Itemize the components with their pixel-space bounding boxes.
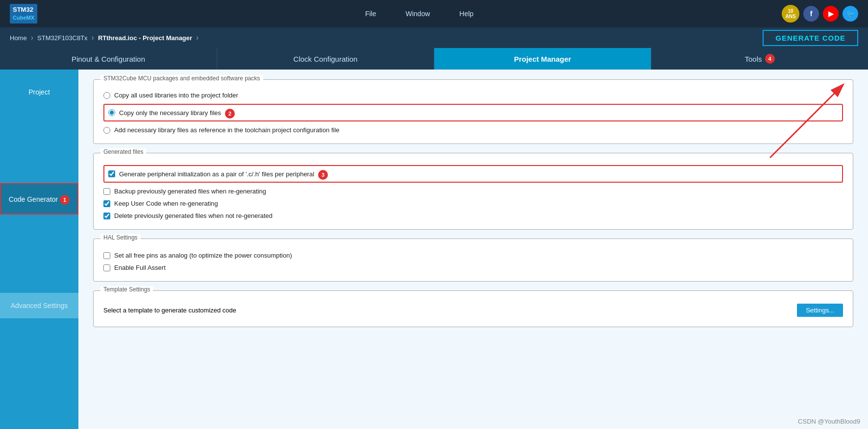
radio-copy-necessary-highlighted: Copy only the necessary library files 2 — [103, 104, 843, 121]
generate-code-button[interactable]: GENERATE CODE — [763, 30, 858, 46]
youtube-icon[interactable]: ▶ — [823, 6, 839, 22]
sidebar-item-project[interactable]: Project — [0, 79, 78, 105]
generated-files-title: Generated files — [100, 148, 146, 155]
cb-free-pins[interactable]: Set all free pins as analog (to optimize… — [103, 252, 843, 259]
sidebar-item-code-generator[interactable]: Code Generator 1 — [0, 183, 78, 214]
cb-keep-user-code[interactable]: Keep User Code when re-generating — [103, 200, 843, 207]
template-description: Select a template to generate customized… — [103, 307, 236, 314]
radio-add-reference-input[interactable] — [103, 127, 110, 134]
content-area: STM32Cube MCU packages and embedded soft… — [78, 70, 868, 429]
radio-copy-necessary[interactable]: Copy only the necessary library files — [108, 109, 221, 117]
template-settings-title: Template Settings — [100, 286, 153, 293]
cb-generate-peripheral-input[interactable] — [108, 170, 115, 177]
cb-delete-previous-input[interactable] — [103, 213, 110, 219]
radio-copy-necessary-input[interactable] — [108, 109, 115, 116]
template-row: Select a template to generate customized… — [103, 304, 843, 317]
radio-copy-all-input[interactable] — [103, 92, 110, 99]
cb-full-assert[interactable]: Enable Full Assert — [103, 264, 843, 271]
template-settings-section: Template Settings Select a template to g… — [93, 290, 853, 327]
settings-button[interactable]: Settings... — [797, 304, 843, 317]
watermark: CSDN @YouthBlood9 — [798, 418, 860, 425]
logo-area: STM32 CubeMX — [10, 4, 37, 23]
breadcrumb-device[interactable]: STM32F103C8Tx — [37, 34, 88, 42]
logo-stm32: STM32 — [13, 6, 34, 14]
breadcrumb-sep-2: › — [92, 33, 94, 42]
hal-settings-title: HAL Settings — [100, 234, 141, 241]
sidebar: Project Code Generator 1 Advanced Settin… — [0, 70, 78, 429]
cb-delete-previous[interactable]: Delete previously generated files when n… — [103, 212, 843, 219]
generated-files-checkboxes: Generate peripheral initialization as a … — [103, 165, 843, 219]
menu-window[interactable]: Window — [405, 10, 430, 18]
radio-add-reference[interactable]: Add necessary library files as reference… — [103, 126, 843, 134]
tab-project-manager[interactable]: Project Manager — [434, 48, 651, 70]
top-menubar: STM32 CubeMX File Window Help 10ANS f ▶ … — [0, 0, 868, 27]
hal-settings-section: HAL Settings Set all free pins as analog… — [93, 238, 853, 282]
mcu-packages-title: STM32Cube MCU packages and embedded soft… — [100, 75, 263, 82]
menu-file[interactable]: File — [365, 10, 376, 18]
generate-peripheral-highlighted: Generate peripheral initialization as a … — [103, 165, 843, 183]
social-icons: 10ANS f ▶ 🐦 — [782, 5, 858, 23]
mcu-radio-group: Copy all used libraries into the project… — [103, 92, 843, 134]
generated-files-section: Generated files Generate peripheral init… — [93, 153, 853, 230]
cb-generate-peripheral[interactable]: Generate peripheral initialization as a … — [108, 170, 314, 178]
menu-items: File Window Help — [57, 10, 782, 18]
breadcrumb-bar: Home › STM32F103C8Tx › RTthread.ioc - Pr… — [0, 27, 868, 48]
radio-copy-all[interactable]: Copy all used libraries into the project… — [103, 92, 843, 99]
facebook-icon[interactable]: f — [803, 6, 819, 22]
mcu-packages-section: STM32Cube MCU packages and embedded soft… — [93, 79, 853, 144]
copy-necessary-badge: 2 — [225, 109, 235, 119]
cb-backup-input[interactable] — [103, 188, 110, 195]
tab-pinout[interactable]: Pinout & Configuration — [0, 48, 217, 70]
breadcrumb-home[interactable]: Home — [10, 34, 27, 42]
generate-peripheral-badge: 3 — [318, 170, 328, 180]
breadcrumb-sep-1: › — [31, 33, 33, 42]
twitter-icon[interactable]: 🐦 — [843, 6, 858, 22]
menu-help[interactable]: Help — [459, 10, 473, 18]
sidebar-item-advanced-settings[interactable]: Advanced Settings — [0, 293, 78, 318]
tab-tools-badge: 4 — [765, 54, 775, 64]
tab-bar: Pinout & Configuration Clock Configurati… — [0, 48, 868, 70]
breadcrumb-project[interactable]: RTthread.ioc - Project Manager — [98, 34, 192, 42]
tab-tools[interactable]: Tools 4 — [651, 48, 868, 70]
main-layout: Project Code Generator 1 Advanced Settin… — [0, 70, 868, 429]
breadcrumb-sep-3: › — [196, 33, 198, 42]
cb-full-assert-input[interactable] — [103, 264, 110, 271]
cb-backup[interactable]: Backup previously generated files when r… — [103, 188, 843, 195]
cb-free-pins-input[interactable] — [103, 252, 110, 259]
logo-cubemx: CubeMX — [13, 14, 34, 21]
hal-checkboxes: Set all free pins as analog (to optimize… — [103, 252, 843, 271]
tab-clock[interactable]: Clock Configuration — [217, 48, 434, 70]
code-generator-badge: 1 — [60, 195, 70, 205]
anniversary-badge: 10ANS — [782, 5, 799, 23]
cb-keep-user-code-input[interactable] — [103, 200, 110, 207]
logo: STM32 CubeMX — [10, 4, 37, 23]
